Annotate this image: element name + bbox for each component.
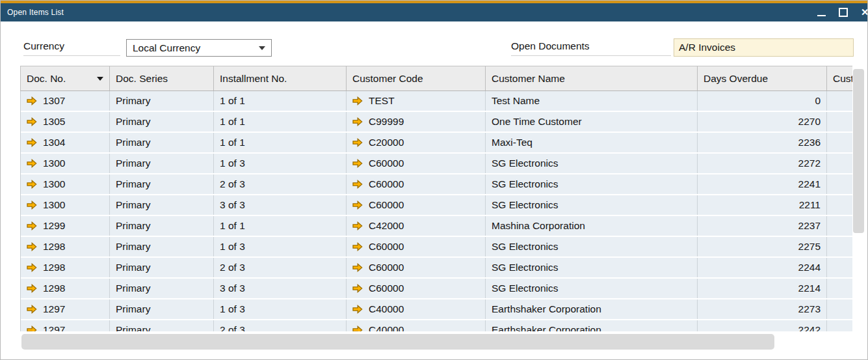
- cell-installment: 1 of 1: [214, 91, 347, 111]
- cell-customer-name: SG Electronics: [486, 237, 698, 256]
- open-items-list-window: Open Items List ✕ Currency Local Currenc…: [0, 0, 868, 360]
- cell-customer-code: C60000: [347, 258, 486, 277]
- link-arrow-icon[interactable]: [352, 242, 363, 251]
- horizontal-scrollbar[interactable]: [20, 333, 853, 350]
- cell-customer-name: Earthshaker Corporation: [486, 299, 698, 319]
- installment-value: 2 of 3: [220, 178, 245, 190]
- vertical-scrollbar-thumb[interactable]: [853, 69, 864, 233]
- link-arrow-icon[interactable]: [352, 138, 363, 147]
- link-arrow-icon[interactable]: [27, 117, 37, 126]
- close-icon[interactable]: ✕: [861, 8, 867, 17]
- days-overdue-value: 2273: [798, 303, 821, 315]
- vertical-scrollbar[interactable]: [852, 66, 865, 331]
- installment-value: 1 of 3: [220, 158, 245, 169]
- link-arrow-icon[interactable]: [352, 325, 363, 331]
- cell-customer-code: C60000: [347, 195, 486, 215]
- table-row[interactable]: 1300 Primary 3 of 3 C60000 SG Electronic…: [21, 195, 853, 216]
- cell-customer-name: SG Electronics: [486, 258, 698, 277]
- titlebar[interactable]: Open Items List ✕: [1, 3, 867, 21]
- column-header-customer-ref-truncated[interactable]: Cust: [827, 66, 853, 90]
- cell-doc-no: 1297: [21, 320, 110, 331]
- doc-series-value: Primary: [116, 137, 150, 148]
- customer-code-value: C60000: [369, 158, 404, 169]
- cell-customer-code: TEST: [347, 91, 486, 111]
- cell-customer-code: C60000: [347, 237, 486, 256]
- link-arrow-icon[interactable]: [352, 305, 363, 314]
- table-row[interactable]: 1305 Primary 1 of 1 C99999 One Time Cust…: [21, 112, 853, 133]
- column-header-installment-no[interactable]: Installment No.: [214, 66, 347, 90]
- doc-series-value: Primary: [116, 220, 150, 232]
- maximize-icon[interactable]: [839, 8, 848, 17]
- sort-descending-icon: [97, 77, 103, 81]
- link-arrow-icon[interactable]: [27, 201, 37, 210]
- days-overdue-value: 2275: [798, 241, 821, 253]
- link-arrow-icon[interactable]: [27, 305, 37, 314]
- cell-installment: 3 of 3: [214, 279, 347, 298]
- cell-doc-series: Primary: [110, 112, 214, 132]
- table-row[interactable]: 1299 Primary 1 of 1 C42000 Mashina Corpo…: [21, 216, 853, 237]
- doc-no-value: 1305: [43, 116, 65, 128]
- days-overdue-value: 2270: [798, 116, 821, 128]
- table-row[interactable]: 1297 Primary 2 of 3 C40000 Earthshaker C…: [21, 320, 853, 331]
- column-header-customer-name[interactable]: Customer Name: [486, 66, 698, 90]
- link-arrow-icon[interactable]: [27, 284, 37, 293]
- table-row[interactable]: 1298 Primary 1 of 3 C60000 SG Electronic…: [21, 237, 853, 258]
- link-arrow-icon[interactable]: [27, 221, 37, 230]
- link-arrow-icon[interactable]: [352, 180, 363, 189]
- doc-series-value: Primary: [116, 116, 150, 128]
- cell-days-overdue: 2244: [698, 258, 827, 277]
- link-arrow-icon[interactable]: [27, 180, 37, 189]
- cell-doc-series: Primary: [110, 258, 214, 277]
- cell-customer-ref: [827, 133, 853, 152]
- column-header-doc-no[interactable]: Doc. No.: [21, 66, 110, 90]
- days-overdue-value: 0: [815, 95, 821, 107]
- link-arrow-icon[interactable]: [27, 325, 37, 331]
- column-header-doc-series[interactable]: Doc. Series: [110, 66, 214, 90]
- link-arrow-icon[interactable]: [27, 96, 37, 105]
- table-row[interactable]: 1300 Primary 1 of 3 C60000 SG Electronic…: [21, 154, 853, 174]
- cell-customer-code: C99999: [347, 112, 486, 132]
- open-documents-field[interactable]: A/R Invoices: [674, 38, 854, 57]
- link-arrow-icon[interactable]: [27, 242, 37, 251]
- horizontal-scrollbar-thumb[interactable]: [21, 334, 774, 350]
- cell-doc-series: Primary: [110, 154, 214, 173]
- days-overdue-value: 2237: [798, 220, 821, 232]
- table-row[interactable]: 1298 Primary 2 of 3 C60000 SG Electronic…: [21, 258, 853, 279]
- days-overdue-value: 2241: [798, 178, 821, 190]
- link-arrow-icon[interactable]: [352, 221, 363, 230]
- customer-code-value: C40000: [369, 303, 404, 315]
- cell-days-overdue: 2241: [698, 174, 827, 194]
- doc-no-value: 1304: [43, 137, 65, 148]
- link-arrow-icon[interactable]: [27, 138, 37, 147]
- table-row[interactable]: 1304 Primary 1 of 1 C20000 Maxi-Teq 2: [21, 133, 853, 154]
- link-arrow-icon[interactable]: [352, 201, 363, 210]
- link-arrow-icon[interactable]: [27, 263, 37, 272]
- cell-doc-no: 1304: [21, 133, 110, 152]
- table-row[interactable]: 1307 Primary 1 of 1 TEST Test Name 0: [21, 91, 853, 112]
- cell-customer-name: SG Electronics: [486, 174, 698, 194]
- link-arrow-icon[interactable]: [352, 263, 363, 272]
- table-row[interactable]: 1298 Primary 3 of 3 C60000 SG Electronic…: [21, 279, 853, 299]
- cell-doc-series: Primary: [110, 91, 214, 111]
- link-arrow-icon[interactable]: [352, 159, 363, 168]
- doc-no-value: 1300: [43, 178, 65, 190]
- link-arrow-icon[interactable]: [352, 96, 363, 105]
- cell-doc-no: 1298: [21, 258, 110, 277]
- cell-installment: 3 of 3: [214, 195, 347, 215]
- cell-customer-code: C60000: [347, 154, 486, 173]
- column-header-customer-code[interactable]: Customer Code: [347, 66, 486, 90]
- minimize-icon[interactable]: [817, 8, 826, 17]
- link-arrow-icon[interactable]: [352, 284, 363, 293]
- cell-customer-name: SG Electronics: [486, 154, 698, 173]
- cell-customer-ref: [827, 112, 853, 132]
- column-header-days-overdue[interactable]: Days Overdue: [698, 66, 827, 90]
- link-arrow-icon[interactable]: [27, 159, 37, 168]
- cell-days-overdue: 2237: [698, 216, 827, 236]
- table-row[interactable]: 1300 Primary 2 of 3 C60000 SG Electronic…: [21, 174, 853, 195]
- currency-dropdown[interactable]: Local Currency: [126, 39, 272, 57]
- cell-doc-series: Primary: [110, 216, 214, 236]
- link-arrow-icon[interactable]: [352, 117, 363, 126]
- table-row[interactable]: 1297 Primary 1 of 3 C40000 Earthshaker C…: [21, 299, 853, 320]
- cell-days-overdue: 2211: [698, 195, 827, 215]
- installment-value: 2 of 3: [220, 324, 245, 331]
